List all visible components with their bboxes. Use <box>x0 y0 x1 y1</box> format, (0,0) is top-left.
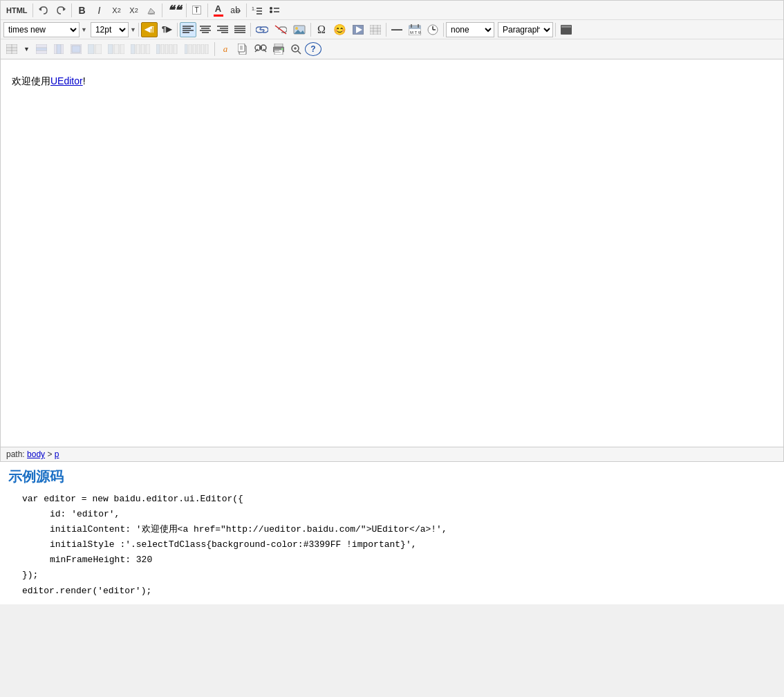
paste-icon: T <box>192 6 200 15</box>
horizontal-rule-button[interactable]: — <box>389 22 405 37</box>
preview-button[interactable] <box>288 41 304 57</box>
toolbar-row-1: HTML B I X2 X2 <box>1 1 783 20</box>
copy-button[interactable] <box>234 41 251 57</box>
table-layout4-button[interactable] <box>153 41 181 57</box>
svg-rect-59 <box>72 46 80 53</box>
paragraph-select[interactable]: Paragraph Heading 1 Heading 2 Heading 3 … <box>498 22 553 37</box>
table-layout5-icon <box>185 44 209 54</box>
svg-rect-67 <box>141 44 144 54</box>
separator-8 <box>177 23 178 37</box>
svg-rect-41 <box>409 26 421 29</box>
size-dropdown-arrow: ▼ <box>130 26 136 33</box>
svg-rect-72 <box>169 44 172 54</box>
svg-rect-74 <box>185 44 187 54</box>
code-line-2: id: 'editor', <box>22 507 776 522</box>
rtl-button[interactable]: ◀¶ <box>141 22 158 37</box>
paste-word-button[interactable]: T <box>189 3 205 18</box>
toolbar-row-2: times new Arial Courier New Georgia Verd… <box>1 20 783 39</box>
toolbar-row-3: ▼ <box>1 39 783 59</box>
ordered-list-button[interactable]: 1. <box>249 3 265 18</box>
ltr-button[interactable]: ¶▶ <box>158 22 175 37</box>
special-chars-button[interactable]: Ω <box>313 22 330 37</box>
align-right-button[interactable] <box>214 22 231 37</box>
table-layout3-button[interactable] <box>128 41 153 57</box>
svg-rect-87 <box>259 46 262 49</box>
code-line-1: var editor = new baidu.editor.ui.Editor(… <box>22 492 776 507</box>
p-link[interactable]: p <box>55 449 59 459</box>
quote-button[interactable]: ❝❝ <box>165 3 184 18</box>
html-button[interactable]: HTML <box>3 3 30 18</box>
italic-button[interactable]: I <box>91 3 108 18</box>
svg-rect-65 <box>131 44 135 54</box>
amazon-button[interactable]: a <box>217 41 234 57</box>
fullscreen-button[interactable] <box>558 22 575 37</box>
link-button[interactable] <box>253 22 271 37</box>
source-section: 示例源码 var editor = new baidu.editor.ui.Ed… <box>0 462 784 604</box>
svg-marker-2 <box>148 8 155 14</box>
editor-container: HTML B I X2 X2 <box>0 0 784 462</box>
editor-suffix: ! <box>83 75 86 86</box>
find-button[interactable] <box>252 41 270 57</box>
eraser-button[interactable] <box>143 3 160 18</box>
editor-text: 欢迎使用 <box>12 75 50 86</box>
undo-button[interactable] <box>35 3 52 18</box>
svg-rect-69 <box>156 44 160 54</box>
svg-rect-49 <box>561 26 571 28</box>
editor-content-area[interactable]: 欢迎使用UEditor! <box>1 59 783 447</box>
help-button[interactable]: ? <box>305 42 321 56</box>
unlink-button[interactable] <box>272 22 290 37</box>
fullscreen-icon <box>561 25 572 35</box>
table-layout3-icon <box>131 44 150 54</box>
align-left-button[interactable] <box>180 22 196 37</box>
table-button[interactable] <box>3 41 20 57</box>
table-icon <box>6 44 17 54</box>
align-center-button[interactable] <box>197 22 214 37</box>
table-dropdown-button[interactable]: ▼ <box>21 41 32 57</box>
table-small-icon <box>370 25 381 35</box>
table-layout5-button[interactable] <box>182 41 212 57</box>
svg-rect-71 <box>165 44 168 54</box>
media-button[interactable] <box>350 22 366 37</box>
font-color-a-label: A <box>215 3 221 14</box>
font-dropdown-arrow: ▼ <box>81 26 87 33</box>
unordered-list-button[interactable] <box>266 3 283 18</box>
font-family-select[interactable]: times new Arial Courier New Georgia Verd… <box>3 22 80 37</box>
editor-link[interactable]: UEditor <box>50 75 83 86</box>
subscript-button[interactable]: X2 <box>126 3 142 18</box>
align-left-icon <box>183 25 194 35</box>
bold-button[interactable]: B <box>74 3 91 18</box>
body-link[interactable]: body <box>27 449 45 459</box>
svg-text:1.: 1. <box>252 6 256 11</box>
eraser-icon <box>147 6 156 15</box>
svg-rect-94 <box>275 52 281 53</box>
table-layout1-button[interactable] <box>85 41 104 57</box>
table-merge-button[interactable] <box>68 41 84 57</box>
superscript-button[interactable]: X2 <box>109 3 125 18</box>
redo-button[interactable] <box>53 3 69 18</box>
table-col-button[interactable] <box>50 41 67 57</box>
separator-1 <box>32 3 33 17</box>
separator-11 <box>386 23 386 37</box>
svg-rect-70 <box>161 44 164 54</box>
print-button[interactable] <box>270 41 287 57</box>
svg-rect-79 <box>205 44 208 54</box>
svg-point-31 <box>295 27 298 30</box>
image-button[interactable] <box>290 22 308 37</box>
align-justify-button[interactable] <box>232 22 248 37</box>
svg-rect-77 <box>197 44 200 54</box>
font-color-button[interactable]: A <box>210 3 227 18</box>
svg-rect-64 <box>120 44 124 54</box>
calendar-button[interactable]: M T W T F <box>406 22 424 37</box>
svg-point-9 <box>270 10 272 13</box>
table-small-button[interactable] <box>367 22 384 37</box>
font-size-select[interactable]: 8pt 9pt 10pt 11pt 12pt 14pt 16pt 18pt 24… <box>91 22 129 37</box>
table-layout2-button[interactable] <box>105 41 127 57</box>
align-justify-icon <box>234 25 245 35</box>
ordered-list-icon: 1. <box>252 6 263 15</box>
clock-button[interactable] <box>424 22 441 37</box>
smiley-button[interactable]: 😊 <box>330 22 349 37</box>
table-row-button[interactable] <box>33 41 50 57</box>
strikethrough-button[interactable]: ab̶ <box>227 3 244 18</box>
style-select[interactable]: none <box>446 22 494 37</box>
svg-rect-35 <box>370 25 381 35</box>
